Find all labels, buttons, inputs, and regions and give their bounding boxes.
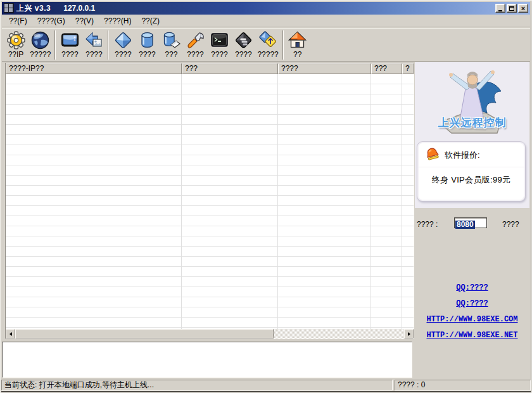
toolbar-button-label: ?????: [257, 51, 278, 59]
status-bar: 当前状态: 打开本地端口成功,等待主机上线... ???? : 0: [1, 380, 531, 390]
price-text: 终身 VIP会员版:99元: [417, 174, 525, 186]
toolbar-button-5[interactable]: ????: [231, 29, 255, 59]
toolbar-button-2[interactable]: ????: [135, 29, 159, 59]
toolbar-button-capture[interactable]: ????: [82, 29, 106, 59]
price-box: 软件报价: 终身 VIP会员版:99元: [417, 141, 526, 202]
menu-item-z[interactable]: ??(Z): [136, 15, 165, 27]
toolbar-button-4[interactable]: ????: [183, 29, 207, 59]
toolbar-button-network[interactable]: ?????: [28, 29, 53, 59]
header-cell-2[interactable]: ???: [182, 63, 278, 74]
toolbar-button-label: ??: [293, 51, 301, 59]
toolbar-button-6[interactable]: ?????: [255, 29, 280, 59]
monitor-icon: [60, 30, 80, 50]
maximize-button[interactable]: [507, 4, 517, 13]
minimize-icon: [498, 10, 502, 11]
toolbar-button-1[interactable]: ????: [111, 29, 135, 59]
grid-column-line: [402, 74, 402, 329]
database-clear-icon: [162, 30, 181, 50]
menu-item-v[interactable]: ??(V): [70, 15, 99, 27]
wrench-icon: [186, 30, 205, 50]
scroll-left-button[interactable]: [6, 329, 15, 338]
website-link-com[interactable]: HTTP://WWW.98EXE.COM: [415, 312, 529, 328]
menu-item-h[interactable]: ????(H): [99, 15, 136, 27]
toolbar-button-label: ??IP: [8, 51, 24, 59]
toolbar-button-label: ????: [115, 51, 132, 59]
header-cell-4[interactable]: ???: [371, 63, 402, 74]
window-title: 上兴 v3.3: [16, 3, 51, 14]
brand-title: 上兴远程控制: [415, 115, 529, 130]
arrow-left-icon: [8, 332, 12, 336]
bell-icon: [426, 147, 440, 164]
right-panel: 上兴远程控制 软件报价: 终身 VIP会员版:99元 ???? : 80: [415, 62, 529, 379]
header-cell-5[interactable]: ?: [402, 63, 414, 74]
close-icon: ×: [521, 5, 525, 11]
toolbar-button-label: ????: [86, 51, 103, 59]
toolbar-button-3[interactable]: ???: [159, 29, 183, 59]
toolbar-button-label: ???: [165, 51, 177, 59]
toolbar-separator: [282, 30, 284, 60]
terminal-icon: [210, 30, 229, 50]
toolbar-button-label: ????: [211, 51, 228, 59]
qq-link-1[interactable]: QQ:????: [415, 280, 529, 296]
maximize-icon: [509, 6, 514, 11]
toolbar-button-local-ip[interactable]: ??IP: [4, 29, 28, 59]
status-message: 当前状态: 打开本地端口成功,等待主机上线...: [1, 380, 393, 390]
grid-column-line: [277, 74, 278, 329]
toolbar-button-label: ????: [61, 51, 79, 59]
arrow-right-icon: [408, 332, 412, 336]
close-button[interactable]: ×: [518, 4, 528, 13]
log-box[interactable]: [2, 342, 412, 378]
header-cell-host-ip[interactable]: ????-IP??: [6, 63, 182, 74]
links-block: QQ:???? QQ:???? HTTP://WWW.98EXE.COM HTT…: [415, 280, 529, 344]
minimize-button[interactable]: [495, 4, 505, 13]
gear-icon: [6, 30, 26, 50]
app-icon[interactable]: [4, 3, 14, 13]
grid-column-line: [370, 74, 371, 329]
website-link-net[interactable]: HTTP://WWW.98EXE.NET: [415, 328, 529, 344]
port-value: 8080: [455, 221, 475, 229]
app-window: 上兴 v3.3 127.0.0.1 × ??(F) ????(G) ??(V) …: [0, 0, 532, 393]
menu-item-f[interactable]: ??(F): [4, 15, 32, 27]
qq-link-2[interactable]: QQ:????: [415, 296, 529, 312]
horizontal-scrollbar[interactable]: [6, 329, 414, 338]
window-controls: ×: [495, 4, 529, 13]
grid-column-line: [181, 74, 182, 329]
toolbar-button-terminal[interactable]: ????: [207, 29, 231, 59]
menu-bar: ??(F) ????(G) ??(V) ????(H) ??(Z): [2, 15, 530, 27]
toolbar-button-screen[interactable]: ????: [58, 29, 82, 59]
host-list-header: ????-IP?? ??? ???? ??? ?: [6, 63, 414, 74]
toolbar-button-label: ????: [235, 51, 252, 59]
scrollbar-thumb[interactable]: [15, 329, 274, 338]
brand-area: 上兴远程控制 软件报价: 终身 VIP会员版:99元: [415, 62, 529, 208]
globe-icon: [30, 30, 50, 50]
price-box-title: 软件报价:: [445, 150, 480, 161]
diamond-icon: [113, 30, 133, 50]
back-image-icon: [84, 30, 104, 50]
toolbar: ??IP ????? ????: [2, 28, 530, 61]
port-suffix-label: ????: [502, 220, 519, 229]
dark-diamond-icon: [234, 30, 253, 50]
database-icon: [137, 30, 157, 50]
host-list: ????-IP?? ??? ???? ??? ?: [5, 63, 414, 339]
status-count: ???? : 0: [395, 380, 531, 390]
scrollbar-track[interactable]: [274, 329, 404, 338]
port-label: ???? :: [417, 220, 438, 229]
menu-item-g[interactable]: ????(G): [32, 15, 70, 27]
host-list-body[interactable]: [6, 74, 414, 329]
header-cell-3[interactable]: ????: [278, 63, 371, 74]
titlebar[interactable]: 上兴 v3.3 127.0.0.1 ×: [2, 2, 530, 15]
toolbar-button-label: ????: [139, 51, 156, 59]
toolbar-separator: [54, 30, 56, 60]
diamond-star-icon: [258, 30, 278, 50]
price-box-header: 软件报价:: [417, 142, 525, 167]
scroll-right-button[interactable]: [404, 329, 414, 338]
toolbar-button-label: ?????: [30, 51, 51, 59]
window-title-ip: 127.0.0.1: [63, 4, 95, 13]
toolbar-button-home[interactable]: ??: [286, 29, 310, 59]
home-icon: [288, 30, 307, 50]
toolbar-button-label: ????: [187, 51, 204, 59]
port-input[interactable]: 8080: [454, 217, 487, 228]
toolbar-separator: [108, 30, 109, 60]
